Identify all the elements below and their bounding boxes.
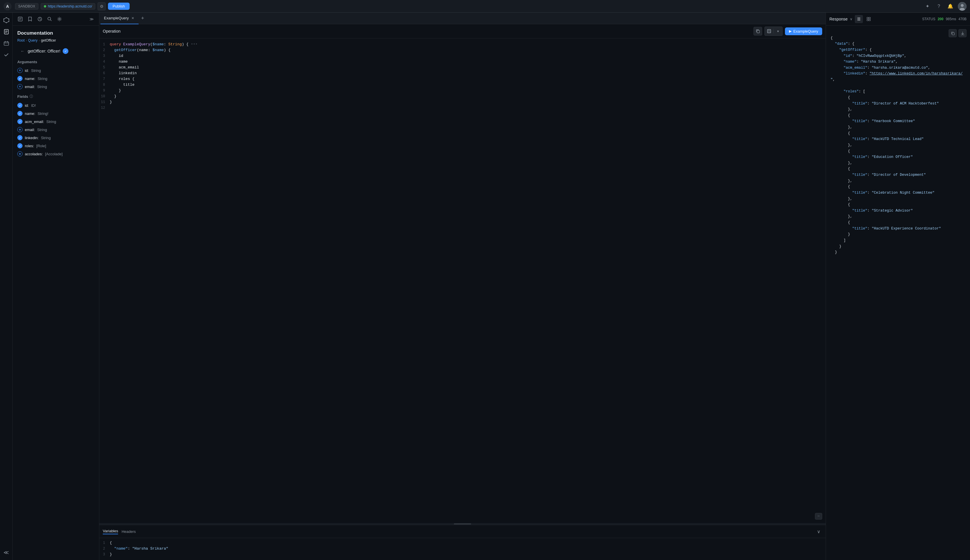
- svg-rect-33: [867, 17, 868, 19]
- variables-header: Variables Headers ∨: [99, 525, 826, 538]
- status-code: 200: [938, 17, 943, 21]
- main-layout: ≪: [0, 13, 970, 560]
- icon-bar-check[interactable]: [1, 50, 12, 60]
- icon-bar-graphql[interactable]: [1, 15, 12, 25]
- field-name[interactable]: ✓ name: String!: [13, 109, 99, 117]
- response-grid-view-button[interactable]: [865, 15, 873, 23]
- field-roles[interactable]: ✓ roles: [Role]: [13, 142, 99, 150]
- response-list-view-button[interactable]: [855, 15, 863, 23]
- field-acm-email-check: ✓: [17, 119, 23, 124]
- headers-tab[interactable]: Headers: [122, 529, 136, 534]
- code-line-4: 4 name: [99, 59, 826, 65]
- code-line-12: 12: [99, 105, 826, 111]
- operation-item[interactable]: ← getOfficer: Officer! ✓: [15, 46, 97, 56]
- keyboard-shortcut-icon: ⌨: [815, 513, 822, 520]
- icon-bar-collapse[interactable]: ≪: [1, 547, 12, 558]
- help-icon[interactable]: ?: [935, 2, 943, 10]
- tab-add-button[interactable]: +: [138, 15, 147, 23]
- svg-point-25: [59, 18, 60, 20]
- arg-name[interactable]: ✓ name: String: [13, 75, 99, 83]
- code-line-1: 1 query ExampleQuery($name: String) { ••…: [99, 42, 826, 48]
- history-icon[interactable]: [36, 15, 44, 23]
- user-avatar[interactable]: [958, 2, 967, 11]
- code-line-11: 11 }: [99, 100, 826, 105]
- var-line-1: 1 {: [99, 540, 826, 546]
- panel-collapse-button[interactable]: ≫: [87, 15, 95, 23]
- chevron-down-icon[interactable]: ▼: [774, 27, 782, 35]
- url-bar[interactable]: https://leadership.acmutd.co/: [41, 3, 95, 10]
- breadcrumb-root[interactable]: Root: [17, 38, 25, 42]
- response-view-icons: [855, 15, 873, 23]
- copy-response-button[interactable]: [948, 29, 957, 37]
- arg-email-icon: +: [17, 84, 23, 89]
- icon-bar: ≪: [0, 13, 13, 560]
- code-line-7: 7 roles {: [99, 77, 826, 82]
- field-accolades-plus: +: [17, 151, 23, 157]
- svg-rect-34: [869, 17, 870, 19]
- icon-bar-doc[interactable]: [1, 27, 12, 37]
- response-dropdown-icon[interactable]: ∨: [850, 17, 853, 21]
- code-line-2: 2 getOfficer(name: $name) {: [99, 48, 826, 53]
- response-size: 470B: [958, 17, 967, 21]
- topbar-icons: ✦ ? 🔔: [923, 2, 967, 11]
- variables-code[interactable]: 1 { 2 "name": "Harsha Srikara" 3 }: [99, 538, 826, 560]
- settings-icon[interactable]: [55, 15, 63, 23]
- tab-example-query[interactable]: ExampleQuery ✕: [100, 13, 138, 24]
- breadcrumb-current: getOfficer: [41, 38, 56, 42]
- middle-panel: ExampleQuery ✕ + Operation: [99, 13, 826, 560]
- bell-icon[interactable]: 🔔: [946, 2, 954, 10]
- variables-tab[interactable]: Variables: [103, 529, 118, 534]
- code-line-6: 6 linkedin: [99, 71, 826, 77]
- breadcrumb: Root › Query › getOfficer: [13, 38, 99, 46]
- publish-button[interactable]: Publish: [108, 3, 130, 10]
- arg-name-check: ✓: [17, 76, 23, 81]
- copy-operation-button[interactable]: [753, 27, 762, 35]
- operation-toolbar-title: Operation: [103, 29, 120, 33]
- icon-bar-explorer[interactable]: [1, 38, 12, 48]
- variables-collapse-button[interactable]: ∨: [815, 528, 822, 535]
- svg-rect-35: [867, 19, 868, 21]
- field-id[interactable]: ✓ id: ID!: [13, 101, 99, 109]
- code-line-10: 10 }: [99, 94, 826, 100]
- operation-name: getOfficer: Officer!: [28, 49, 60, 53]
- app-logo[interactable]: A: [3, 2, 12, 10]
- response-content[interactable]: { "data": { "getOfficer": { "id": "hCIvR…: [826, 26, 970, 560]
- svg-line-24: [50, 20, 52, 21]
- back-button[interactable]: ←: [20, 48, 25, 54]
- sandbox-badge[interactable]: SANDBOX: [15, 3, 38, 10]
- run-query-button[interactable]: ▶ ExampleQuery: [785, 27, 822, 35]
- view-toggle-group: ▼: [765, 27, 783, 36]
- code-line-5: 5 acm_email: [99, 65, 826, 71]
- field-id-check: ✓: [17, 103, 23, 108]
- variables-panel: Variables Headers ∨ 1 { 2 "name": "Harsh…: [99, 525, 826, 560]
- response-title: Response: [829, 17, 848, 22]
- breadcrumb-query[interactable]: Query: [28, 38, 38, 42]
- fields-section-title: Fields ⓘ: [13, 91, 99, 101]
- url-settings-button[interactable]: ⚙: [98, 2, 106, 10]
- bookmark-icon[interactable]: [26, 15, 34, 23]
- sparkle-icon[interactable]: ✦: [923, 2, 931, 10]
- tab-label: ExampleQuery: [104, 16, 129, 20]
- save-button[interactable]: [765, 27, 773, 35]
- code-editor[interactable]: 1 query ExampleQuery($name: String) { ••…: [99, 38, 826, 523]
- arg-email[interactable]: + email: String: [13, 83, 99, 91]
- search-icon[interactable]: [46, 15, 54, 23]
- arguments-section-title: Arguments: [13, 56, 99, 67]
- field-linkedin[interactable]: ✓ linkedin: String: [13, 133, 99, 142]
- operation-toolbar: Operation ▼ ▶: [99, 24, 826, 38]
- var-line-2: 2 "name": "Harsha Srikara": [99, 546, 826, 552]
- var-line-3: 3 }: [99, 552, 826, 558]
- field-acm-email[interactable]: ✓ acm_email: String: [13, 117, 99, 125]
- arg-id[interactable]: + id: String: [13, 67, 99, 75]
- status-label: STATUS: [922, 17, 935, 21]
- field-email[interactable]: + email: String: [13, 125, 99, 133]
- tab-close-button[interactable]: ✕: [130, 16, 135, 20]
- code-line-9: 9 }: [99, 88, 826, 94]
- doc-icon[interactable]: [16, 15, 24, 23]
- svg-point-1: [961, 4, 963, 7]
- field-email-plus: +: [17, 127, 23, 132]
- svg-rect-36: [869, 19, 870, 21]
- svg-rect-29: [768, 31, 770, 33]
- field-accolades[interactable]: + accolades: [Accolade]: [13, 150, 99, 158]
- download-response-button[interactable]: [958, 29, 967, 37]
